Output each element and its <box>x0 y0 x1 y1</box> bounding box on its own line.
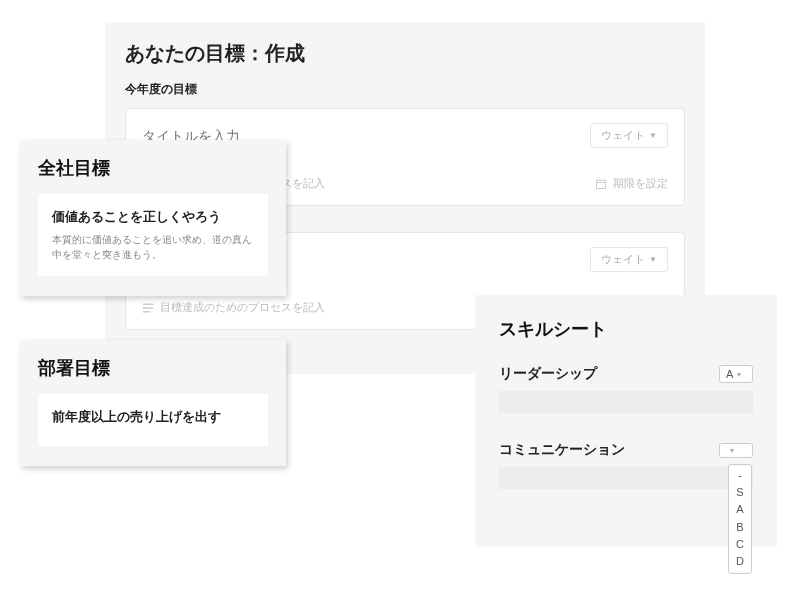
deadline-label: 期限を設定 <box>613 176 668 191</box>
page-title: あなたの目標：作成 <box>125 40 685 67</box>
weight-dropdown[interactable]: ウェイト ▼ <box>590 247 668 272</box>
grade-select[interactable]: A ▾ <box>719 365 753 383</box>
grade-value: A <box>726 368 733 380</box>
weight-label: ウェイト <box>601 252 645 267</box>
dept-goal-item[interactable]: 前年度以上の売り上げを出す <box>38 394 268 446</box>
dept-goal-heading: 前年度以上の売り上げを出す <box>52 408 254 426</box>
skill-comment-input[interactable] <box>499 391 753 413</box>
grade-option[interactable]: D <box>736 553 744 570</box>
svg-rect-7 <box>143 311 151 313</box>
skill-sheet-panel: スキルシート リーダーシップ A ▾ コミュニケーション ▾ - S A B C <box>475 295 777 547</box>
chevron-down-icon: ▼ <box>649 255 657 264</box>
company-goals-card: 全社目標 価値あることを正しくやろう 本質的に価値あることを追い求め、道の真ん中… <box>20 140 286 296</box>
svg-rect-3 <box>597 180 606 188</box>
skill-item: コミュニケーション ▾ - S A B C D <box>499 441 753 489</box>
company-goals-title: 全社目標 <box>38 156 268 180</box>
company-goal-heading: 価値あることを正しくやろう <box>52 208 254 226</box>
grade-option[interactable]: C <box>736 536 744 553</box>
grade-dropdown-menu: - S A B C D <box>728 464 752 574</box>
calendar-icon <box>595 178 607 190</box>
grade-option[interactable]: A <box>736 501 743 518</box>
grade-option[interactable]: - <box>738 467 742 484</box>
svg-rect-6 <box>143 307 154 309</box>
weight-label: ウェイト <box>601 128 645 143</box>
section-label: 今年度の目標 <box>125 81 685 98</box>
process-input[interactable]: 目標達成のためのプロセスを記入 <box>160 300 325 315</box>
dept-goals-title: 部署目標 <box>38 356 268 380</box>
weight-dropdown[interactable]: ウェイト ▼ <box>590 123 668 148</box>
skill-name: コミュニケーション <box>499 441 625 459</box>
chevron-down-icon: ▾ <box>737 370 741 379</box>
chevron-down-icon: ▾ <box>730 446 734 455</box>
company-goal-item[interactable]: 価値あることを正しくやろう 本質的に価値あることを追い求め、道の真ん中を堂々と突… <box>38 194 268 276</box>
svg-rect-5 <box>143 303 154 305</box>
grade-option[interactable]: B <box>736 519 743 536</box>
deadline-button[interactable]: 期限を設定 <box>595 176 668 191</box>
grade-select[interactable]: ▾ - S A B C D <box>719 443 753 458</box>
grade-option[interactable]: S <box>736 484 743 501</box>
skill-comment-input[interactable] <box>499 467 753 489</box>
company-goal-desc: 本質的に価値あることを追い求め、道の真ん中を堂々と突き進もう。 <box>52 232 254 262</box>
list-icon <box>142 302 154 314</box>
skill-item: リーダーシップ A ▾ <box>499 365 753 413</box>
chevron-down-icon: ▼ <box>649 131 657 140</box>
skill-name: リーダーシップ <box>499 365 597 383</box>
skill-sheet-title: スキルシート <box>499 317 753 341</box>
dept-goals-card: 部署目標 前年度以上の売り上げを出す <box>20 340 286 466</box>
